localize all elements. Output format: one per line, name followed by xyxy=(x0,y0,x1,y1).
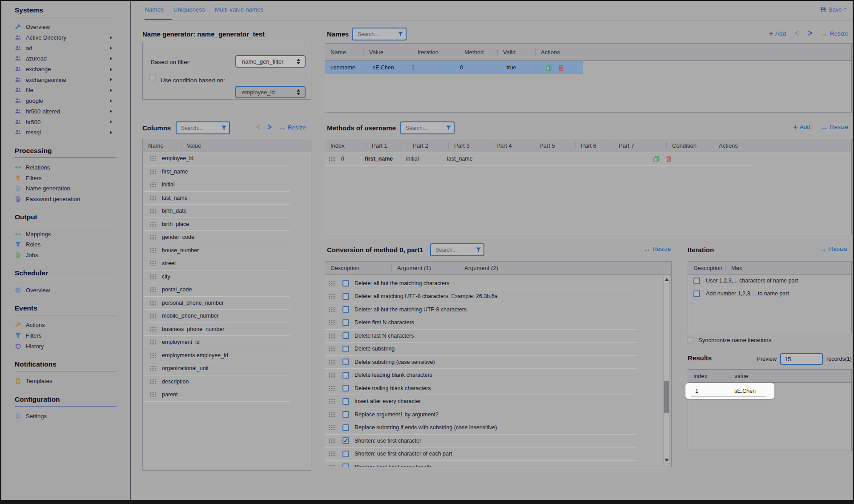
rule-checkbox[interactable] xyxy=(342,385,349,391)
drag-handle-icon[interactable] xyxy=(149,248,156,253)
drag-handle-icon[interactable] xyxy=(149,392,156,397)
drag-handle-icon[interactable] xyxy=(329,346,335,351)
drag-handle-icon[interactable] xyxy=(329,464,335,467)
sidebar-item[interactable]: hr500 xyxy=(1,117,130,127)
drag-handle-icon[interactable] xyxy=(149,339,156,345)
column-header[interactable]: Argument (1) xyxy=(392,265,459,271)
drag-handle-icon[interactable] xyxy=(149,169,156,174)
column-header[interactable]: Part 3 xyxy=(449,142,491,149)
column-header[interactable]: Name xyxy=(325,49,364,56)
iteration-rule-row[interactable]: User 1,2,3,... characters of name part xyxy=(688,274,851,287)
conversion-rule-row[interactable]: Delete: all but the matching characters xyxy=(325,277,636,290)
column-list-item[interactable]: personal_phone_number xyxy=(143,297,290,310)
sidebar-item[interactable]: google xyxy=(1,96,130,106)
drag-handle-icon[interactable] xyxy=(149,274,156,279)
sidebar-item[interactable]: Jobs xyxy=(1,250,130,261)
column-header[interactable]: Part 1 xyxy=(367,142,407,149)
drag-handle-icon[interactable] xyxy=(329,294,335,299)
duplicate-icon[interactable] xyxy=(653,156,660,162)
sidebar-item[interactable]: exchangeonline xyxy=(1,74,130,85)
conversion-rule-row[interactable]: Delete: all matching UTF-8 characters. E… xyxy=(325,290,636,303)
column-list-item[interactable]: birth_place xyxy=(143,218,290,231)
conversion-rule-row[interactable]: Delete last N characters xyxy=(325,330,636,343)
sidebar-item[interactable]: Active Directory xyxy=(1,32,130,43)
column-header[interactable]: Max xyxy=(726,265,742,271)
drag-handle-icon[interactable] xyxy=(149,208,156,214)
sidebar-item[interactable]: ad xyxy=(1,43,130,53)
drag-handle-icon[interactable] xyxy=(329,438,335,444)
sidebar-item[interactable]: History xyxy=(1,341,130,351)
column-header[interactable]: Description xyxy=(688,265,726,271)
rule-checkbox[interactable] xyxy=(342,280,349,286)
rule-checkbox[interactable] xyxy=(342,451,349,457)
names-add-button[interactable]: +Add xyxy=(769,30,786,37)
names-row-username[interactable]: username sE.Chen 1 0 true xyxy=(325,61,583,74)
sidebar-item[interactable]: hr500-altered xyxy=(1,106,130,117)
delete-icon[interactable] xyxy=(558,65,564,71)
drag-handle-icon[interactable] xyxy=(149,182,156,187)
column-header[interactable]: Actions xyxy=(713,142,738,149)
drag-handle-icon[interactable] xyxy=(149,300,156,306)
rule-checkbox[interactable] xyxy=(342,346,349,352)
sidebar-item[interactable]: Name generation xyxy=(1,183,130,194)
sidebar-item[interactable]: exchange xyxy=(1,64,130,75)
sidebar-item[interactable]: Roles xyxy=(1,239,130,250)
drag-handle-icon[interactable] xyxy=(329,425,335,430)
iteration-checkbox[interactable] xyxy=(693,278,700,284)
tab-multi-value-names[interactable]: Multi-value names xyxy=(215,6,264,13)
rule-checkbox[interactable] xyxy=(342,424,349,431)
drag-handle-icon[interactable] xyxy=(149,287,156,292)
drag-handle-icon[interactable] xyxy=(329,307,335,312)
column-list-item[interactable]: birth_date xyxy=(143,205,290,218)
drag-handle-icon[interactable] xyxy=(149,261,156,266)
names-next-button[interactable]: > xyxy=(808,28,812,38)
rule-checkbox[interactable] xyxy=(342,306,349,313)
preview-count-input[interactable] xyxy=(780,353,823,365)
rule-checkbox[interactable] xyxy=(342,332,349,339)
drag-handle-icon[interactable] xyxy=(329,372,335,378)
duplicate-icon[interactable] xyxy=(545,65,552,71)
filter-funnel-icon[interactable] xyxy=(398,31,403,37)
drag-handle-icon[interactable] xyxy=(329,399,335,404)
method-row[interactable]: 0 first_name initial last_name xyxy=(325,152,752,166)
column-header[interactable]: Part 5 xyxy=(534,142,576,149)
column-header[interactable]: Part 2 xyxy=(407,142,449,149)
drag-handle-icon[interactable] xyxy=(149,366,156,371)
conversion-search[interactable] xyxy=(430,243,484,256)
drag-handle-icon[interactable] xyxy=(149,353,156,358)
sidebar-item[interactable]: Settings xyxy=(1,411,130,422)
drag-handle-icon[interactable] xyxy=(329,156,335,161)
column-list-item[interactable]: employee_id xyxy=(143,152,290,165)
column-list-item[interactable]: business_phone_number xyxy=(143,323,290,336)
methods-add-button[interactable]: +Add xyxy=(793,124,810,130)
drag-handle-icon[interactable] xyxy=(329,386,335,391)
sidebar-item[interactable]: Relations xyxy=(1,162,130,173)
column-list-item[interactable]: street xyxy=(143,257,290,270)
delete-icon[interactable] xyxy=(665,156,672,162)
names-prev-button[interactable]: < xyxy=(795,28,799,38)
drag-handle-icon[interactable] xyxy=(329,320,335,325)
sidebar-item[interactable]: file xyxy=(1,85,130,96)
filter-funnel-icon[interactable] xyxy=(475,247,481,253)
sidebar-item[interactable]: azuread xyxy=(1,53,130,64)
drag-handle-icon[interactable] xyxy=(149,222,156,227)
iteration-rule-row[interactable]: Add number 1,2,3,... to name part xyxy=(688,287,851,300)
column-header[interactable]: value xyxy=(729,373,748,379)
filter-funnel-icon[interactable] xyxy=(446,125,451,131)
column-header[interactable]: Valid xyxy=(498,49,536,56)
sidebar-item[interactable]: Filters xyxy=(1,173,130,183)
column-header[interactable]: Name xyxy=(143,142,181,149)
column-header[interactable]: Actions xyxy=(536,49,560,56)
columns-resize-button[interactable]: ↔Resize xyxy=(279,124,306,131)
rule-checkbox[interactable] xyxy=(342,293,349,300)
names-search-input[interactable] xyxy=(357,31,391,38)
columns-prev-button[interactable]: < xyxy=(256,122,260,132)
sidebar-item[interactable]: Templates xyxy=(1,376,130,387)
names-resize-button[interactable]: ↔Resize xyxy=(821,30,848,37)
drag-handle-icon[interactable] xyxy=(149,313,156,319)
drag-handle-icon[interactable] xyxy=(329,451,335,456)
column-header[interactable]: Value xyxy=(181,142,201,149)
conversion-rule-row[interactable]: Shorten: use first character xyxy=(325,435,636,448)
column-header[interactable]: Iteration xyxy=(412,49,459,56)
rule-checkbox[interactable] xyxy=(342,398,349,405)
